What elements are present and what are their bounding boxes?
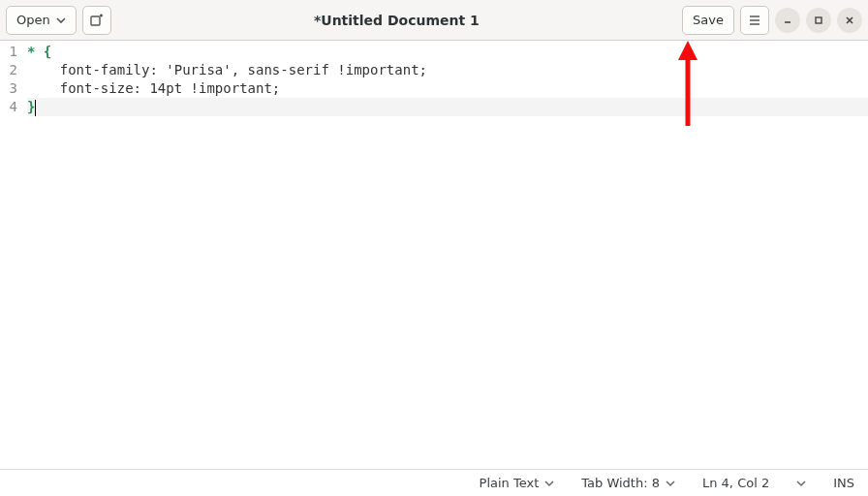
cursor-position: Ln 4, Col 2 bbox=[702, 476, 769, 490]
save-button-label: Save bbox=[693, 13, 724, 27]
language-label: Plain Text bbox=[480, 476, 540, 490]
code-line[interactable]: } bbox=[27, 98, 868, 116]
chevron-down-icon bbox=[544, 479, 554, 488]
maximize-button[interactable] bbox=[806, 8, 831, 33]
statusbar: Plain Text Tab Width: 8 Ln 4, Col 2 INS bbox=[0, 469, 868, 496]
open-button[interactable]: Open bbox=[6, 6, 77, 35]
close-button[interactable] bbox=[837, 8, 862, 33]
code-line[interactable]: font-family: 'Purisa', sans-serif !impor… bbox=[27, 61, 868, 79]
minimize-icon bbox=[782, 15, 793, 26]
chevron-down-icon bbox=[666, 479, 675, 488]
language-selector[interactable]: Plain Text bbox=[480, 476, 555, 490]
insert-mode-indicator: INS bbox=[833, 476, 854, 490]
tab-width-label: Tab Width: 8 bbox=[581, 476, 660, 490]
save-button[interactable]: Save bbox=[682, 6, 734, 35]
editor-area[interactable]: 1234 * { font-family: 'Purisa', sans-ser… bbox=[0, 41, 868, 469]
chevron-down-icon bbox=[796, 479, 806, 488]
tab-width-selector[interactable]: Tab Width: 8 bbox=[581, 476, 675, 490]
window-title: *Untitled Document 1 bbox=[117, 13, 676, 28]
menu-button[interactable] bbox=[740, 6, 769, 35]
new-tab-icon bbox=[89, 13, 105, 28]
headerbar: Open *Untitled Document 1 Save bbox=[0, 0, 868, 41]
insert-mode-label: INS bbox=[833, 476, 854, 490]
code-line[interactable]: * { bbox=[27, 43, 868, 61]
hamburger-icon bbox=[748, 14, 761, 27]
line-number: 4 bbox=[2, 98, 17, 116]
code-content[interactable]: * { font-family: 'Purisa', sans-serif !i… bbox=[23, 41, 868, 469]
line-number-gutter: 1234 bbox=[0, 41, 23, 469]
code-line[interactable]: font-size: 14pt !important; bbox=[27, 79, 868, 98]
minimize-button[interactable] bbox=[775, 8, 800, 33]
line-number: 1 bbox=[2, 43, 17, 61]
headerbar-left: Open bbox=[6, 6, 111, 35]
line-number: 3 bbox=[2, 79, 17, 98]
svg-rect-1 bbox=[816, 17, 822, 23]
open-button-label: Open bbox=[16, 13, 50, 27]
text-cursor bbox=[35, 100, 36, 116]
cursor-position-label: Ln 4, Col 2 bbox=[702, 476, 769, 490]
close-icon bbox=[844, 15, 855, 26]
line-number: 2 bbox=[2, 61, 17, 79]
new-tab-button[interactable] bbox=[82, 6, 111, 35]
svg-rect-0 bbox=[91, 16, 100, 25]
maximize-icon bbox=[813, 15, 824, 26]
headerbar-right: Save bbox=[682, 6, 862, 35]
chevron-down-icon bbox=[56, 16, 66, 25]
statusbar-menu[interactable] bbox=[796, 479, 806, 488]
